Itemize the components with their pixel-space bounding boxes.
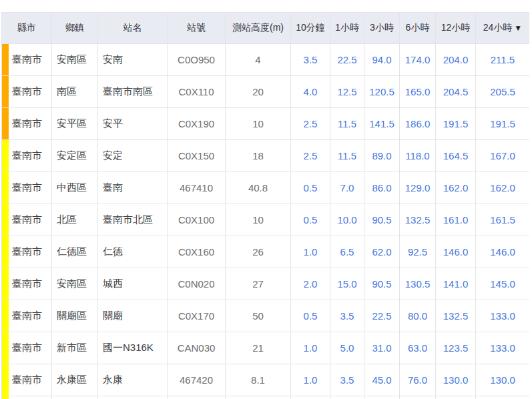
column-header-county[interactable]: 縣市 — [2, 13, 52, 44]
cell-empty — [436, 396, 476, 399]
cell-value: 臺南市 — [12, 214, 42, 225]
cell-r12h: 130.0 — [436, 364, 476, 396]
cell-value: C0X170 — [178, 310, 214, 322]
cell-value: 45.0 — [372, 374, 391, 386]
cell-value: 仁德 — [103, 246, 123, 257]
column-header-r12h[interactable]: 12小時 — [436, 13, 476, 44]
cell-value: 安平區 — [57, 117, 87, 129]
column-header-r24h[interactable]: 24小時▼ — [476, 13, 530, 44]
cell-station: 安南 — [98, 44, 168, 76]
cell-empty — [364, 396, 400, 399]
table-row: 臺南市仁德區仁德C0X160261.06.562.092.5146.0146.0 — [2, 236, 530, 268]
cell-value: 關廟區 — [57, 310, 87, 321]
cell-station: 永康 — [98, 364, 168, 396]
cell-height: 26 — [226, 236, 291, 268]
cell-town: 安定區 — [52, 140, 98, 172]
cell-value: 3.5 — [304, 54, 318, 65]
column-header-r3h[interactable]: 3小時 — [364, 13, 400, 44]
cell-height: 40.8 — [226, 172, 291, 204]
cell-county: 臺南市 — [2, 268, 52, 300]
cell-county: 臺南市 — [2, 172, 52, 204]
cell-r10m: 2.0 — [291, 268, 330, 300]
cell-value: 92.5 — [408, 246, 427, 258]
cell-station_id: C0X160 — [168, 236, 226, 268]
cell-value: 臺南市 — [12, 181, 42, 193]
column-header-r6h[interactable]: 6小時 — [400, 13, 436, 44]
column-label: 24小時 — [483, 22, 513, 33]
cell-station_id: C0O950 — [168, 44, 226, 76]
cell-value: 191.5 — [490, 118, 515, 129]
cell-value: 0.5 — [304, 214, 318, 226]
table-row: 臺南市永康區永康4674208.11.03.545.076.0130.0130.… — [2, 364, 530, 396]
cell-value: 120.5 — [369, 86, 394, 97]
cell-value: 205.5 — [490, 86, 515, 97]
cell-r12h: 141.0 — [436, 268, 476, 300]
column-label: 鄉鎮 — [65, 22, 84, 33]
cell-value: 國一N316K — [103, 342, 154, 353]
rain-level-indicator — [2, 268, 9, 300]
column-label: 測站高度(m) — [232, 22, 284, 33]
cell-r24h: 146.0 — [476, 236, 530, 268]
cell-value: 1.0 — [304, 246, 318, 258]
cell-r24h: 162.0 — [476, 172, 530, 204]
rain-level-indicator — [2, 44, 9, 75]
cell-value: 3.5 — [340, 310, 354, 322]
column-header-r1h[interactable]: 1小時 — [330, 13, 364, 44]
cell-town: 關廟區 — [52, 300, 98, 332]
cell-r24h: 133.0 — [476, 300, 530, 332]
cell-value: 133.0 — [490, 342, 515, 354]
cell-empty — [330, 396, 364, 399]
column-header-station_id[interactable]: 站號 — [168, 13, 226, 44]
rain-level-indicator — [2, 76, 9, 107]
cell-value: C0X110 — [178, 86, 214, 97]
cell-height: 8.1 — [226, 364, 291, 396]
cell-value: 南區 — [57, 85, 77, 97]
cell-r3h: 45.0 — [364, 364, 400, 396]
cell-r24h: 191.5 — [476, 108, 530, 140]
column-label: 1小時 — [335, 22, 359, 33]
cell-r10m: 0.5 — [291, 300, 330, 332]
rain-level-indicator — [2, 300, 9, 332]
column-header-town[interactable]: 鄉鎮 — [52, 13, 98, 44]
cell-r3h: 22.5 — [364, 300, 400, 332]
cell-height: 20 — [226, 76, 291, 108]
cell-r1h: 11.5 — [330, 140, 364, 172]
cell-county: 臺南市 — [2, 364, 52, 396]
cell-value: 臺南市 — [12, 117, 42, 129]
cell-value: 146.0 — [443, 246, 469, 258]
sort-desc-icon: ▼ — [514, 23, 522, 33]
cell-value: 162.0 — [443, 182, 469, 193]
cell-r10m: 1.0 — [291, 332, 330, 364]
table-row: 臺南市安定區安定C0X150182.511.589.0118.0164.5167… — [2, 140, 530, 172]
column-header-height[interactable]: 測站高度(m) — [226, 13, 291, 44]
cell-value: 安平 — [103, 117, 123, 129]
cell-county: 臺南市 — [2, 204, 52, 236]
cell-station_id: C0X100 — [168, 204, 226, 236]
cell-value: 31.0 — [372, 342, 391, 354]
cell-station_id: C0N020 — [168, 268, 226, 300]
header-row: 縣市鄉鎮站名站號測站高度(m)10分鐘1小時3小時6小時12小時24小時▼ — [2, 13, 530, 44]
cell-town: 安南區 — [52, 268, 98, 300]
cell-height: 4 — [226, 44, 291, 76]
cell-value: 0.5 — [304, 182, 318, 193]
cell-station_id: 467410 — [168, 172, 226, 204]
cell-value: 86.0 — [372, 182, 391, 193]
cell-value: C0X100 — [178, 214, 214, 226]
cell-r10m: 1.0 — [291, 364, 330, 396]
cell-county: 臺南市 — [2, 44, 52, 76]
cell-value: 62.0 — [372, 246, 391, 258]
cell-value: 204.5 — [443, 86, 469, 97]
cell-town: 南區 — [52, 76, 98, 108]
cell-value: 76.0 — [408, 374, 427, 386]
cell-height: 21 — [226, 332, 291, 364]
cell-value: 191.5 — [443, 118, 469, 129]
cell-r10m: 1.0 — [291, 236, 330, 268]
column-label: 站名 — [123, 22, 142, 33]
cell-height: 10 — [226, 108, 291, 140]
cell-value: 20 — [252, 86, 264, 97]
column-header-station[interactable]: 站名 — [98, 13, 168, 44]
column-header-r10m[interactable]: 10分鐘 — [291, 13, 330, 44]
cell-height: 50 — [226, 300, 291, 332]
cell-value: 133.0 — [490, 310, 515, 322]
cell-value: 7.0 — [340, 182, 354, 193]
